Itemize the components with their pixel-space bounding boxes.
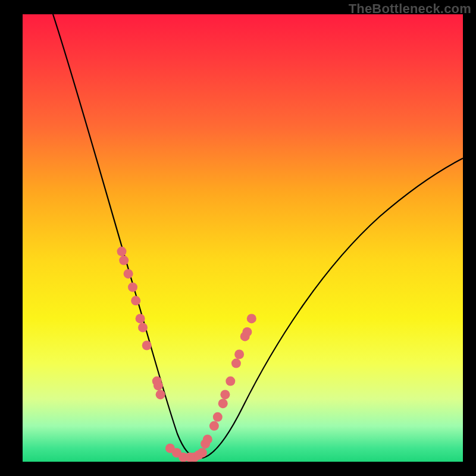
marker-dot xyxy=(190,453,199,462)
marker-dot xyxy=(201,439,210,449)
marker-dot xyxy=(240,331,250,341)
marker-dot xyxy=(128,283,137,292)
marker-dot xyxy=(194,450,203,460)
marker-dot xyxy=(247,314,256,323)
marker-dot xyxy=(234,350,244,359)
marker-dot xyxy=(156,390,165,399)
marker-dot xyxy=(142,341,152,350)
marker-dot xyxy=(165,443,175,453)
marker-dot xyxy=(185,453,195,462)
marker-dot xyxy=(138,322,148,332)
curve-svg xyxy=(23,14,463,462)
marker-dot xyxy=(119,256,129,265)
marker-dot xyxy=(231,359,241,368)
marker-dot xyxy=(198,448,207,458)
marker-dot xyxy=(172,448,181,458)
marker-dot xyxy=(226,377,235,386)
marker-dot xyxy=(209,421,219,431)
marker-dot xyxy=(220,390,230,399)
plot-area xyxy=(23,14,463,462)
marker-dot xyxy=(213,412,223,422)
marker-dot xyxy=(154,381,163,390)
marker-dot xyxy=(242,327,252,337)
marker-dot xyxy=(124,269,133,278)
chart-stage: TheBottleneck.com xyxy=(0,0,476,476)
marker-dot xyxy=(152,377,162,386)
marker-dot xyxy=(117,247,127,256)
marker-dots xyxy=(117,247,256,462)
marker-dot xyxy=(203,434,212,444)
bottleneck-curve xyxy=(53,14,463,458)
marker-dot xyxy=(218,399,228,408)
marker-dot xyxy=(136,314,145,323)
marker-dot xyxy=(131,296,140,305)
marker-dot xyxy=(178,453,188,462)
